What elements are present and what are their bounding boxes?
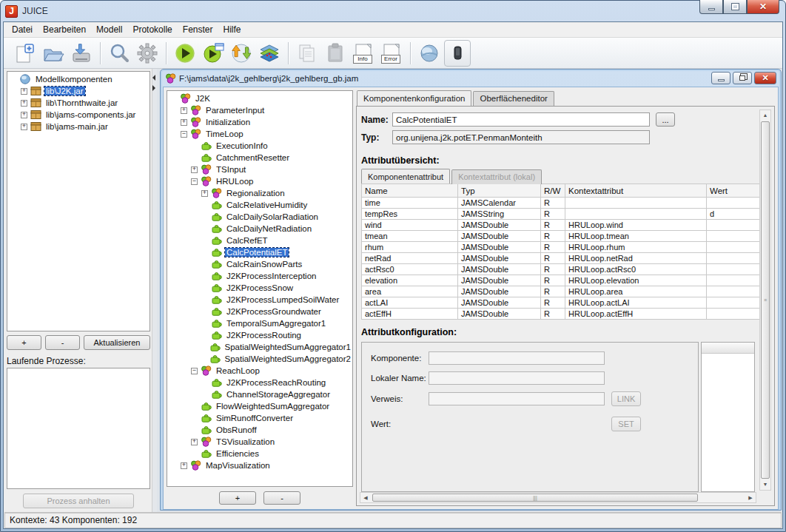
menu-item-protokolle[interactable]: Protokolle (127, 23, 177, 36)
menu-item-modell[interactable]: Modell (91, 23, 127, 36)
model-tree-item[interactable]: +TSVisualization (167, 436, 352, 448)
column-header[interactable]: Name (362, 184, 458, 198)
table-cell[interactable]: JAMSDouble (458, 275, 541, 286)
table-cell[interactable]: HRULoop.rhum (565, 242, 707, 253)
column-header[interactable]: Typ (458, 184, 541, 198)
scroll-left-icon[interactable]: ◀ (360, 495, 371, 501)
error-log-button[interactable]: Error (378, 40, 405, 67)
table-cell[interactable]: wind (362, 220, 458, 231)
attr-tab-komponentenattribut[interactable]: Komponentenattribut (361, 169, 450, 183)
table-cell[interactable]: JAMSDouble (458, 309, 541, 320)
table-cell[interactable]: d (707, 209, 762, 220)
attr-tab-kontextattribut-lokal-[interactable]: Kontextattribut (lokal) (451, 169, 542, 184)
running-processes-list[interactable] (7, 368, 150, 489)
attribute-row[interactable]: areaJAMSDoubleRHRULoop.area (362, 286, 762, 297)
table-cell[interactable]: tmean (362, 231, 458, 242)
model-exchange-button[interactable] (228, 40, 255, 67)
model-tree-item[interactable]: Efficiencies (167, 448, 352, 459)
close-button[interactable]: ✕ (747, 0, 779, 14)
table-cell[interactable]: JAMSDouble (458, 231, 541, 242)
table-cell[interactable]: R (541, 253, 565, 264)
model-tree-item[interactable]: J2KProcessReachRouting (167, 377, 352, 388)
run-model-gui-button[interactable] (200, 40, 226, 67)
model-minimize-button[interactable] (711, 72, 730, 84)
open-model-button[interactable] (40, 40, 67, 67)
model-close-button[interactable]: ✕ (754, 72, 776, 84)
table-cell[interactable] (707, 242, 762, 253)
model-tree-item[interactable]: J2KProcessSnow (167, 282, 352, 294)
attribute-row[interactable]: windJAMSDoubleRHRULoop.wind (362, 220, 762, 231)
table-cell[interactable] (707, 220, 762, 231)
model-tree-item[interactable]: +TSInput (167, 164, 352, 175)
attribute-row[interactable]: netRadJAMSDoubleRHRULoop.netRad (362, 253, 762, 264)
table-cell[interactable]: HRULoop.area (565, 286, 707, 297)
column-header[interactable]: Kontextattribut (565, 184, 707, 198)
library-tree-item[interactable]: +lib\jams-main.jar (7, 121, 150, 132)
model-tree-item[interactable]: SpatialWeightedSumAggregator1 (167, 341, 352, 353)
vertical-scrollbar[interactable]: ▲ ≡ ▼ (759, 110, 771, 491)
model-tree-item[interactable]: J2KProcessGroundwater (167, 306, 352, 317)
model-tree-item[interactable]: J2KProcessInterception (167, 270, 352, 282)
expand-icon[interactable]: + (201, 190, 208, 197)
attribute-row[interactable]: actLAIJAMSDoubleRHRULoop.actLAI (362, 297, 762, 309)
set-button[interactable]: SET (611, 417, 641, 431)
attribute-row[interactable]: tmeanJAMSDoubleRHRULoop.tmean (362, 231, 762, 242)
attribute-row[interactable]: tempResJAMSStringRd (362, 209, 762, 220)
model-tree-item[interactable]: CalcRainSnowParts (167, 258, 352, 270)
model-tree-item[interactable]: ChannelStorageAggregator (167, 388, 352, 400)
model-tree-item[interactable]: ObsRunoff (167, 424, 352, 436)
expand-icon[interactable]: + (181, 119, 187, 126)
model-tree-item[interactable]: −TimeLoop (167, 128, 352, 140)
remove-component-button[interactable]: - (263, 491, 300, 505)
vertical-scroll-thumb[interactable]: ≡ (761, 121, 770, 479)
menu-item-datei[interactable]: Datei (7, 23, 38, 36)
table-cell[interactable]: R (541, 309, 565, 320)
model-tree-item[interactable]: J2KProcessLumpedSoilWater (167, 294, 352, 306)
stop-process-button[interactable]: Prozess anhalten (23, 494, 134, 508)
new-model-button[interactable] (12, 40, 38, 67)
collapse-icon[interactable]: − (191, 178, 198, 185)
library-tree-item[interactable]: +lib\Thornthwaite.jar (7, 97, 150, 109)
expand-icon[interactable]: + (191, 166, 198, 173)
model-tree-item[interactable]: −HRULoop (167, 175, 352, 187)
expand-icon[interactable]: + (21, 124, 27, 130)
table-cell[interactable]: HRULoop.tmean (565, 231, 707, 242)
collapse-icon[interactable]: − (181, 131, 187, 138)
expand-icon[interactable]: + (181, 107, 187, 114)
expand-icon[interactable]: + (21, 100, 27, 107)
table-cell[interactable]: HRULoop.netRad (565, 253, 707, 264)
menu-item-fenster[interactable]: Fenster (178, 23, 218, 36)
table-cell[interactable]: elevation (362, 275, 458, 286)
model-tree-item[interactable]: J2KProcessRouting (167, 329, 352, 341)
model-tree-item[interactable]: +Initialization (167, 116, 352, 128)
attribute-row[interactable]: timeJAMSCalendarR (362, 198, 762, 209)
table-cell[interactable]: JAMSDouble (458, 264, 541, 275)
model-tree-item[interactable]: CalcDailyNetRadiation (167, 223, 352, 235)
model-tree-item[interactable]: CalcDailySolarRadiation (167, 211, 352, 223)
table-cell[interactable]: JAMSDouble (458, 297, 541, 309)
attribute-row[interactable]: actEffHJAMSDoubleRHRULoop.actEffH (362, 309, 762, 320)
search-button[interactable] (106, 40, 132, 67)
add-library-button[interactable]: + (7, 335, 41, 350)
model-tree-item[interactable]: ExecutionInfo (167, 140, 352, 152)
attribute-value-list[interactable] (701, 342, 755, 492)
scroll-up-icon[interactable]: ▲ (763, 110, 768, 121)
browse-button[interactable]: ... (656, 112, 675, 127)
table-cell[interactable] (707, 297, 762, 309)
settings-button[interactable] (134, 40, 161, 67)
model-tree-item[interactable]: +ParameterInput (167, 104, 352, 116)
expand-icon[interactable]: + (21, 112, 27, 118)
component-field[interactable] (429, 351, 605, 365)
collapse-icon[interactable]: − (191, 368, 198, 374)
menu-item-bearbeiten[interactable]: Bearbeiten (38, 23, 91, 36)
table-cell[interactable]: HRULoop.actEffH (565, 309, 707, 320)
model-tree-item[interactable]: SimRunoffConverter (167, 412, 352, 424)
table-cell[interactable] (707, 309, 762, 320)
web-button[interactable] (416, 40, 443, 67)
table-cell[interactable]: JAMSCalendar (458, 198, 541, 209)
scroll-down-icon[interactable]: ▼ (763, 479, 768, 490)
component-name-field[interactable]: CalcPotentialET (392, 112, 650, 127)
table-cell[interactable]: HRULoop.actLAI (565, 297, 707, 309)
maximize-button[interactable] (723, 0, 747, 14)
reference-field[interactable] (429, 392, 605, 405)
